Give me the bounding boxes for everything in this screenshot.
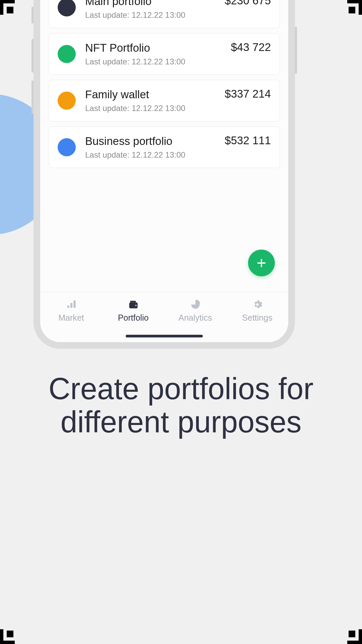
- tab-label: Analytics: [178, 313, 212, 323]
- phone-frame: Main portfolio Last update: 12.12.22 13:…: [34, 0, 295, 349]
- wallet-icon: [127, 300, 140, 310]
- portfolio-value: $532 111: [225, 134, 271, 147]
- tab-label: Portfolio: [118, 313, 149, 323]
- portfolio-color-icon: [58, 45, 76, 63]
- portfolio-info: Business portfolio Last update: 12.12.22…: [85, 135, 215, 160]
- portfolio-card[interactable]: Family wallet Last update: 12.12.22 13:0…: [49, 80, 280, 121]
- tab-market[interactable]: Market: [40, 300, 102, 323]
- tab-label: Market: [58, 313, 84, 323]
- portfolio-color-icon: [58, 92, 76, 110]
- phone-side-button: [32, 7, 34, 23]
- portfolio-update-label: Last update: 12.12.22 13:00: [85, 104, 215, 113]
- portfolio-card[interactable]: NFT Portfolio Last update: 12.12.22 13:0…: [49, 33, 280, 75]
- home-indicator[interactable]: [126, 335, 203, 337]
- bar-chart-icon: [65, 300, 78, 310]
- svg-rect-6: [130, 301, 136, 303]
- gear-icon: [251, 300, 264, 310]
- crop-mark: [0, 629, 15, 644]
- tab-settings[interactable]: Settings: [226, 300, 288, 323]
- portfolio-name: NFT Portfolio: [85, 42, 222, 54]
- portfolio-card[interactable]: Business portfolio Last update: 12.12.22…: [49, 126, 280, 168]
- tab-analytics[interactable]: Analytics: [164, 300, 226, 323]
- marketing-headline: Create portfolios for different purposes: [0, 372, 362, 439]
- portfolio-card[interactable]: Main portfolio Last update: 12.12.22 13:…: [49, 0, 280, 28]
- crop-mark: [0, 0, 15, 15]
- tab-portfolio[interactable]: Portfolio: [102, 300, 164, 323]
- portfolio-info: NFT Portfolio Last update: 12.12.22 13:0…: [85, 42, 222, 66]
- portfolio-info: Main portfolio Last update: 12.12.22 13:…: [85, 0, 215, 20]
- phone-side-button: [295, 27, 297, 74]
- portfolio-update-label: Last update: 12.12.22 13:00: [85, 57, 222, 66]
- plus-icon: [255, 257, 267, 269]
- portfolio-color-icon: [58, 0, 76, 16]
- svg-rect-4: [73, 301, 75, 308]
- svg-rect-3: [70, 303, 72, 308]
- portfolio-name: Main portfolio: [85, 0, 215, 8]
- tab-label: Settings: [242, 313, 272, 323]
- portfolio-name: Business portfolio: [85, 135, 215, 148]
- pie-chart-icon: [189, 300, 202, 310]
- phone-side-button: [32, 80, 34, 114]
- portfolio-value: $43 722: [231, 41, 271, 54]
- crop-mark: [347, 0, 362, 15]
- svg-point-8: [256, 303, 259, 306]
- portfolio-info: Family wallet Last update: 12.12.22 13:0…: [85, 88, 215, 113]
- svg-point-7: [135, 305, 136, 306]
- portfolio-update-label: Last update: 12.12.22 13:00: [85, 10, 215, 20]
- add-portfolio-button[interactable]: [248, 250, 275, 276]
- portfolio-update-label: Last update: 12.12.22 13:00: [85, 150, 215, 160]
- phone-screen: Main portfolio Last update: 12.12.22 13:…: [40, 0, 288, 342]
- portfolio-name: Family wallet: [85, 88, 215, 101]
- svg-rect-2: [67, 306, 69, 308]
- portfolio-value: $337 214: [225, 88, 271, 100]
- portfolio-color-icon: [58, 138, 76, 156]
- portfolio-list: Main portfolio Last update: 12.12.22 13:…: [40, 0, 288, 292]
- portfolio-value: $230 675: [225, 0, 271, 7]
- crop-mark: [347, 629, 362, 644]
- phone-side-button: [32, 39, 34, 72]
